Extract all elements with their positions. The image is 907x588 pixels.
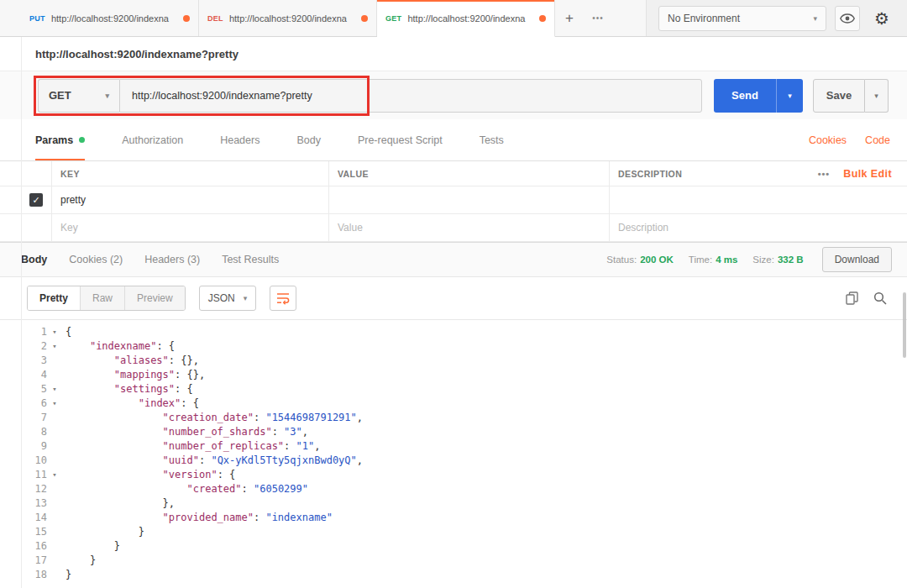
fold-spacer [47,482,62,496]
code-line: 10 "uuid": "Qx-yKdl5Tty5qjxnBwd0yQ", [0,454,907,468]
fold-toggle-icon[interactable]: ▾ [47,468,62,482]
param-value-cell[interactable] [329,186,610,213]
eye-icon [840,13,855,24]
size-label: Size: [752,255,774,265]
response-tab-cookies[interactable]: Cookies (2) [69,254,123,265]
bulk-edit-link[interactable]: Bulk Edit [843,168,892,180]
request-section-tab-body[interactable]: Body [296,119,321,160]
request-section-tab-headers[interactable]: Headers [220,119,260,160]
unsaved-changes-dot [183,15,190,22]
gear-icon: ⚙ [874,9,889,28]
request-section-tab-label: Headers [220,134,260,146]
fold-spacer [47,454,62,468]
save-options-button[interactable]: ▾ [865,79,889,113]
response-bar: BodyCookies (2)Headers (3)Test Results S… [0,242,907,277]
chevron-down-icon: ▾ [813,14,817,23]
url-input[interactable]: http://localhost:9200/indexname?pretty [119,79,702,113]
request-section-tab-label: Params [35,134,73,146]
environment-quick-look-button[interactable] [835,6,860,31]
param-key-input[interactable]: Key [52,214,329,241]
download-button[interactable]: Download [822,247,892,272]
description-header-label: DESCRIPTION [618,169,682,179]
code-text: "version": { [62,468,907,482]
code-text: "settings": { [62,382,907,396]
open-new-tab-button[interactable]: + [555,0,584,36]
fold-toggle-icon[interactable]: ▾ [47,339,62,354]
response-tab-test-results[interactable]: Test Results [222,254,279,265]
param-description-cell[interactable] [610,186,907,213]
environment-area: No Environment ▾ ⚙ [646,0,907,36]
response-tab-body[interactable]: Body [21,254,47,265]
request-tab-get[interactable]: GEThttp://localhost:9200/indexna [377,0,555,37]
copy-response-button[interactable] [846,291,858,305]
response-view-bar: PrettyRawPreview JSON ▾ [0,277,907,319]
request-section-tab-tests[interactable]: Tests [480,119,504,160]
method-label: GET [49,89,71,102]
wrap-text-button[interactable] [270,286,296,311]
param-header-value: VALUE [329,161,610,186]
code-text: } [62,554,907,568]
request-section-tab-pre-request-script[interactable]: Pre-request Script [358,119,443,160]
request-section-tab-authorization[interactable]: Authorization [122,119,183,160]
tab-method-label: GET [385,14,401,23]
fold-spacer [47,525,62,539]
request-section-tab-params[interactable]: Params [35,119,85,160]
tab-url-label: http://localhost:9200/indexna [229,13,355,24]
params-header-actions: ••• Bulk Edit [818,168,899,180]
code-link[interactable]: Code [865,134,890,146]
code-text: "creation_date": "1544698791291", [62,411,907,425]
request-tab-del[interactable]: DELhttp://localhost:9200/indexna [199,0,377,36]
response-format-selector[interactable]: JSON ▾ [199,286,257,311]
param-description-input[interactable]: Description [610,214,907,241]
code-line: 4 "mappings": {}, [0,368,907,382]
tab-url-label: http://localhost:9200/indexna [407,13,533,24]
fold-toggle-icon[interactable]: ▾ [47,382,62,396]
view-mode-preview[interactable]: Preview [125,286,185,310]
fold-spacer [47,568,62,582]
tab-method-label: DEL [207,14,223,23]
request-section-tab-label: Pre-request Script [358,134,443,146]
fold-spacer [47,368,62,382]
send-button[interactable]: Send [714,79,776,113]
code-line: 15 } [0,525,907,539]
line-number: 15 [0,525,47,539]
response-stats: Status:200 OK Time:4 ms Size:332 B [606,255,803,265]
environment-selector[interactable]: No Environment ▾ [658,6,826,31]
line-number: 4 [0,368,47,382]
request-title: http://localhost:9200/indexname?pretty [35,48,239,60]
line-number: 14 [0,511,47,525]
param-checkbox-cell-empty [0,214,52,241]
param-value-input[interactable]: Value [329,214,610,241]
settings-button[interactable]: ⚙ [868,5,895,32]
code-line: 16 } [0,539,907,554]
scrollbar-thumb[interactable] [903,292,906,358]
unsaved-changes-dot [361,15,368,22]
fold-spacer [47,496,62,511]
method-selector[interactable]: GET ▾ [38,79,119,113]
code-line: 3 "aliases": {}, [0,354,907,368]
param-key-cell[interactable]: pretty [52,186,329,213]
param-enabled-checkbox[interactable]: ✓ [29,193,43,207]
response-tab-headers[interactable]: Headers (3) [144,254,200,265]
code-text: "indexname": { [62,339,907,354]
code-line: 11▾ "version": { [0,468,907,482]
save-button[interactable]: Save [813,79,865,113]
time-label: Time: [689,255,712,265]
request-section-tabs: ParamsAuthorizationHeadersBodyPre-reques… [35,119,541,160]
send-options-button[interactable]: ▾ [776,79,803,113]
code-line: 1▾{ [0,325,907,339]
view-mode-raw[interactable]: Raw [81,286,125,310]
code-text: } [62,568,907,582]
request-tab-put[interactable]: PUThttp://localhost:9200/indexna [21,0,199,36]
view-mode-pretty[interactable]: Pretty [28,286,81,310]
line-number: 13 [0,496,47,511]
more-tabs-button[interactable]: ••• [584,0,612,36]
fold-toggle-icon[interactable]: ▾ [47,325,62,339]
code-line: 8 "number_of_shards": "3", [0,425,907,439]
line-number: 16 [0,539,47,554]
fold-toggle-icon[interactable]: ▾ [47,396,62,411]
search-response-button[interactable] [873,291,887,305]
cookies-link[interactable]: Cookies [809,134,847,146]
request-links: Cookies Code [809,119,907,160]
params-more-options-button[interactable]: ••• [818,169,831,179]
